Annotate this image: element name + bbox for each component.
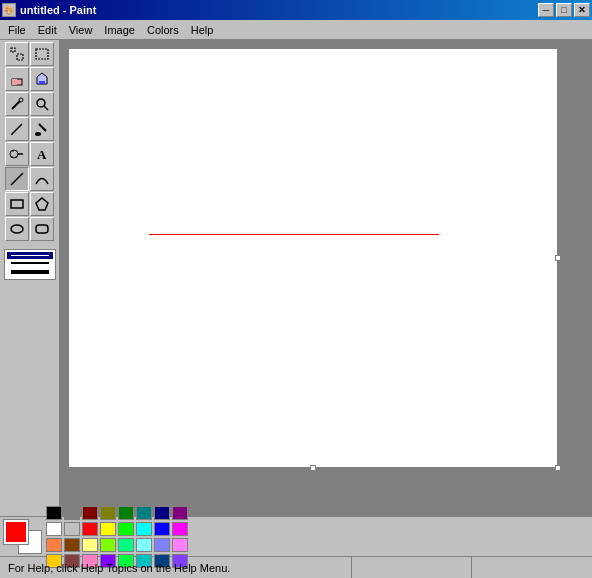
color-swatch[interactable] bbox=[154, 506, 170, 520]
status-help: For Help, click Help Topics on the Help … bbox=[0, 557, 352, 578]
close-button[interactable]: ✕ bbox=[574, 3, 590, 17]
color-swatch[interactable] bbox=[82, 506, 98, 520]
menu-image[interactable]: Image bbox=[98, 22, 141, 38]
color-swatch[interactable] bbox=[46, 522, 62, 536]
menu-colors[interactable]: Colors bbox=[141, 22, 185, 38]
title-buttons: ─ □ ✕ bbox=[538, 3, 590, 17]
color-swatch[interactable] bbox=[64, 522, 80, 536]
thickness-1[interactable] bbox=[7, 252, 53, 259]
drawn-line bbox=[149, 234, 439, 235]
foreground-color[interactable] bbox=[4, 520, 28, 544]
color-swatch[interactable] bbox=[46, 538, 62, 552]
tool-brush[interactable] bbox=[30, 117, 54, 141]
tool-text[interactable]: A bbox=[30, 142, 54, 166]
resize-handle-corner[interactable] bbox=[555, 465, 561, 471]
svg-point-14 bbox=[12, 150, 14, 152]
color-swatch[interactable] bbox=[154, 522, 170, 536]
svg-point-12 bbox=[10, 150, 18, 158]
svg-text:A: A bbox=[37, 147, 47, 162]
toolbox: A bbox=[0, 40, 60, 516]
tool-pencil[interactable] bbox=[5, 117, 29, 141]
tool-ellipse[interactable] bbox=[5, 217, 29, 241]
color-swatch[interactable] bbox=[118, 506, 134, 520]
svg-point-16 bbox=[11, 156, 13, 158]
color-swatch[interactable] bbox=[172, 506, 188, 520]
palette-row bbox=[46, 522, 188, 536]
window-title: untitled - Paint bbox=[20, 4, 96, 16]
svg-line-4 bbox=[12, 101, 20, 109]
svg-line-18 bbox=[11, 173, 23, 185]
status-size bbox=[472, 557, 592, 578]
current-colors bbox=[4, 520, 42, 554]
svg-rect-2 bbox=[12, 79, 17, 85]
status-coords bbox=[352, 557, 472, 578]
menu-help[interactable]: Help bbox=[185, 22, 220, 38]
svg-rect-22 bbox=[36, 225, 48, 233]
tool-line[interactable] bbox=[5, 167, 29, 191]
svg-rect-19 bbox=[11, 200, 23, 208]
color-swatch[interactable] bbox=[154, 538, 170, 552]
app-icon: 🎨 bbox=[2, 3, 16, 17]
color-swatch[interactable] bbox=[82, 538, 98, 552]
thickness-2[interactable] bbox=[7, 259, 53, 267]
svg-point-11 bbox=[35, 132, 41, 136]
color-swatch[interactable] bbox=[100, 522, 116, 536]
svg-rect-0 bbox=[36, 49, 48, 59]
minimize-button[interactable]: ─ bbox=[538, 3, 554, 17]
svg-point-15 bbox=[15, 156, 17, 158]
resize-handle-right[interactable] bbox=[555, 255, 561, 261]
color-swatch[interactable] bbox=[100, 538, 116, 552]
tool-fill[interactable] bbox=[30, 67, 54, 91]
color-swatch[interactable] bbox=[118, 522, 134, 536]
svg-point-5 bbox=[19, 98, 23, 102]
tool-grid: A bbox=[5, 42, 54, 241]
color-bar bbox=[0, 516, 592, 556]
tool-free-select[interactable] bbox=[5, 42, 29, 66]
svg-point-6 bbox=[37, 99, 45, 107]
tool-poly[interactable] bbox=[30, 192, 54, 216]
svg-line-8 bbox=[12, 124, 22, 134]
color-swatch[interactable] bbox=[46, 506, 62, 520]
menu-bar: File Edit View Image Colors Help bbox=[0, 20, 592, 40]
svg-rect-3 bbox=[39, 81, 45, 84]
status-bar: For Help, click Help Topics on the Help … bbox=[0, 556, 592, 578]
tool-color-pick[interactable] bbox=[5, 92, 29, 116]
menu-edit[interactable]: Edit bbox=[32, 22, 63, 38]
svg-point-21 bbox=[11, 225, 23, 233]
color-swatch[interactable] bbox=[64, 538, 80, 552]
svg-line-10 bbox=[39, 124, 46, 131]
tool-rect-select[interactable] bbox=[30, 42, 54, 66]
svg-line-7 bbox=[44, 106, 48, 110]
resize-handle-bottom[interactable] bbox=[310, 465, 316, 471]
canvas[interactable] bbox=[68, 48, 558, 468]
tool-airbrush[interactable] bbox=[5, 142, 29, 166]
maximize-button[interactable]: □ bbox=[556, 3, 572, 17]
tool-rounded-rect[interactable] bbox=[30, 217, 54, 241]
menu-file[interactable]: File bbox=[2, 22, 32, 38]
palette-row bbox=[46, 538, 188, 552]
tool-rect[interactable] bbox=[5, 192, 29, 216]
svg-marker-20 bbox=[36, 198, 48, 210]
color-swatch[interactable] bbox=[172, 538, 188, 552]
color-swatch[interactable] bbox=[82, 522, 98, 536]
tool-magnify[interactable] bbox=[30, 92, 54, 116]
palette-row bbox=[46, 506, 188, 520]
color-swatch[interactable] bbox=[118, 538, 134, 552]
help-text: For Help, click Help Topics on the Help … bbox=[8, 562, 230, 574]
thickness-3[interactable] bbox=[7, 267, 53, 277]
main-area: A bbox=[0, 40, 592, 516]
color-swatch[interactable] bbox=[136, 522, 152, 536]
color-swatch[interactable] bbox=[64, 506, 80, 520]
canvas-wrapper[interactable] bbox=[60, 40, 592, 516]
thickness-panel bbox=[4, 249, 56, 280]
title-bar: 🎨 untitled - Paint ─ □ ✕ bbox=[0, 0, 592, 20]
menu-view[interactable]: View bbox=[63, 22, 99, 38]
color-swatch[interactable] bbox=[100, 506, 116, 520]
title-bar-left: 🎨 untitled - Paint bbox=[2, 3, 96, 17]
color-swatch[interactable] bbox=[136, 538, 152, 552]
color-swatch[interactable] bbox=[172, 522, 188, 536]
tool-curve[interactable] bbox=[30, 167, 54, 191]
tool-eraser[interactable] bbox=[5, 67, 29, 91]
color-swatch[interactable] bbox=[136, 506, 152, 520]
